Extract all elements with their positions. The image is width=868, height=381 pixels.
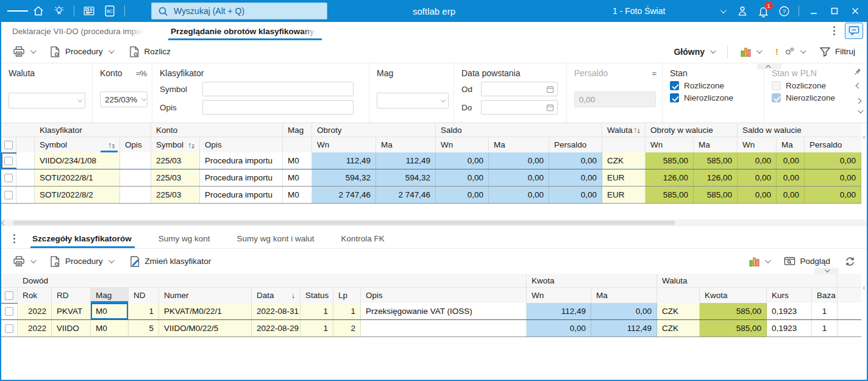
detail-table-cell[interactable]: VIIDO/M0/22/5 [159,320,252,336]
row-select-cell[interactable] [1,169,16,186]
tab-deklaracje-vii-do[interactable]: Deklaracje VII-DO (procedura importu) [12,22,145,40]
close-button[interactable] [845,0,866,22]
column-data[interactable]: Data ↓ [252,288,301,303]
group-obroty-w-walucie[interactable]: Obroty w walucie [646,123,738,137]
detail-table-cell[interactable]: 112,49 [527,303,591,319]
column-sww-wn[interactable]: Wn [738,137,777,152]
main-table-cell[interactable]: 2 747,46 [312,187,376,203]
detail-table-cell[interactable]: 1 [301,320,333,336]
collapse-columns-icon[interactable]: ‹ [863,283,866,292]
main-table-cell[interactable]: SOTI/2022/8/2 [35,187,120,203]
main-table-row[interactable]: VIIDO/234/1/08225/03Procedura importuM01… [1,152,861,169]
detail-table-cell[interactable]: PKVAT/M0/22/1 [159,303,252,319]
main-table-cell[interactable]: 0,00 [436,187,489,203]
column-kwota-wn[interactable]: Wn [527,288,591,303]
group-dowod[interactable]: Dowód [18,274,527,287]
data-od-input[interactable] [481,82,558,96]
column-baza[interactable]: Baza [812,288,838,303]
detail-menu-icon[interactable] [10,230,19,247]
column-obroty-wn[interactable]: Wn [312,137,376,152]
data-do-input[interactable] [481,100,558,115]
detail-table-cell[interactable]: 2022-08-31 [252,303,301,319]
row-select-cell[interactable] [1,152,16,169]
detail-table-cell[interactable]: 1 [812,320,838,336]
group-konto[interactable]: Konto [151,123,283,137]
stan-rozliczone-option[interactable]: Rozliczone [670,81,758,90]
nav-left-icon[interactable] [856,83,862,89]
podglad-button[interactable]: Podgląd [781,254,833,269]
minimize-button[interactable] [803,0,824,22]
detail-table-cell[interactable]: 112,49 [591,320,657,336]
detail-table-cell[interactable]: 0,1923 [767,303,812,319]
main-table-cell[interactable]: EUR [602,187,646,203]
main-table-cell[interactable]: 0,00 [805,187,861,203]
main-table-cell[interactable]: 0,00 [549,152,602,169]
detail-table-cell[interactable]: 2022-08-29 [252,320,301,336]
view-selector[interactable]: Główny [671,45,717,59]
chart-button[interactable] [738,45,764,59]
detail-chart-button[interactable] [746,254,772,269]
detail-table-cell[interactable]: VIIDO [52,320,91,336]
tab-sumy-wg-kont[interactable]: Sumy wg kont [158,229,210,248]
maximize-button[interactable] [824,0,845,22]
detail-table-cell[interactable]: 2 [333,320,361,336]
column-kwota-ma[interactable]: Ma [591,288,657,303]
konto-dropdown[interactable]: 225/03% [100,91,148,107]
detail-table-cell[interactable]: 0,1923 [767,320,812,336]
pin-icon[interactable] [853,67,862,76]
main-table-cell[interactable]: 112,49 [376,152,436,169]
news-icon[interactable] [79,0,99,22]
main-table-cell[interactable]: 585,00 [646,152,694,169]
nav-right-icon[interactable] [856,98,862,104]
column-klasyfikator-symbol[interactable]: Symbol ↑3 [35,137,120,152]
idea-lightbulb-icon[interactable] [49,0,69,22]
rozlicz-button[interactable]: Rozlicz [126,43,174,60]
main-table-cell[interactable]: 0,00 [489,169,549,186]
expand-filter-down-icon[interactable] [858,107,864,113]
main-table-cell[interactable] [120,152,151,169]
main-table-cell[interactable]: 0,00 [777,187,805,203]
column-saldo-ma[interactable]: Ma [489,137,549,152]
print-button[interactable] [10,43,38,60]
main-table-cell[interactable]: 225/03 [151,169,200,186]
main-table-cell[interactable]: Procedura importu [200,169,283,186]
main-table-cell[interactable]: 0,00 [805,152,861,169]
main-table-cell[interactable]: Procedura importu [200,187,283,203]
row-select-cell[interactable] [1,187,16,203]
row-checkbox[interactable] [4,191,13,199]
column-saldo-persaldo[interactable]: Persaldo [549,137,602,152]
column-kurs[interactable]: Kurs [767,288,812,303]
main-table-cell[interactable]: M0 [283,187,312,203]
main-table-cell[interactable]: 126,00 [694,169,738,186]
main-table-cell[interactable]: M0 [283,169,312,186]
detail-table-cell[interactable]: 1 [812,303,838,319]
detail-table-cell[interactable]: M0 [91,303,129,319]
detail-procedury-button[interactable]: Procedury [46,253,116,270]
procedury-button[interactable]: Procedury [46,43,116,60]
detail-table-cell[interactable]: M0 [91,320,129,336]
checkbox-checked-icon[interactable] [670,81,679,90]
main-table-cell[interactable]: 2 747,46 [376,187,436,203]
main-table-cell[interactable]: 594,32 [312,169,376,186]
refresh-button[interactable] [842,254,858,269]
horizontal-scrollbar[interactable] [1,219,867,226]
detail-table-cell[interactable]: 1 [333,303,361,319]
column-obroty-ma[interactable]: Ma [376,137,436,152]
klasyfikator-symbol-input[interactable] [202,82,354,96]
column-opis[interactable]: Opis [361,288,527,303]
row-select-cell[interactable] [1,303,18,319]
column-konto-symbol[interactable]: Symbol ↑2 [151,137,200,152]
tab-kontrola-fk[interactable]: Kontrola FK [341,229,384,248]
group-saldo-w-walucie[interactable]: Saldo w walucie [738,123,861,137]
select-all-checkbox[interactable] [5,291,13,300]
checkbox-checked-icon[interactable] [670,93,679,102]
main-table-row[interactable]: SOTI/2022/8/2225/03Procedura importuM02 … [1,187,861,204]
row-checkbox[interactable] [4,157,13,165]
operator-equals-percent-icon[interactable]: =% [136,69,146,78]
bc-document-icon[interactable]: BC [99,0,120,22]
main-table-cell[interactable] [120,187,151,203]
main-table-cell[interactable]: 0,00 [805,169,861,186]
detail-print-button[interactable] [10,253,38,269]
main-table-cell[interactable]: 0,00 [777,169,805,186]
main-table-cell[interactable]: 0,00 [489,152,549,169]
